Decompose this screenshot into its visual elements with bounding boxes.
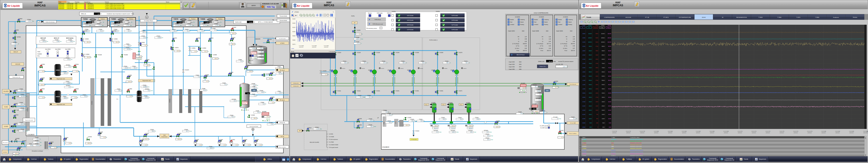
svg-text:20.00: 20.00	[589, 110, 591, 111]
svg-text:1.344: 1.344	[188, 25, 191, 26]
svg-text:×: ×	[333, 11, 334, 13]
svg-text:Regeneration skid: Regeneration skid	[57, 104, 65, 105]
svg-text:67.0: 67.0	[267, 116, 269, 117]
svg-text:Thermal shields: Thermal shields	[280, 16, 287, 17]
svg-text:K: K	[446, 119, 447, 120]
svg-text:90.00: 90.00	[608, 50, 611, 51]
svg-text:Return cooldown: Return cooldown	[279, 146, 286, 147]
svg-text:CV3520: CV3520	[75, 64, 79, 65]
svg-text:PVPS Reset: PVPS Reset	[375, 19, 381, 20]
svg-text:CV3509: CV3509	[41, 78, 45, 79]
svg-text:TT2352: TT2352	[421, 61, 424, 62]
svg-text:4/29/2025 12:53:26 PM [L]: 4/29/2025 12:53:26 PM [L]	[630, 153, 643, 155]
svg-text:-0.400: -0.400	[582, 118, 585, 119]
svg-text:0.25: 0.25	[525, 41, 527, 42]
svg-text:EH5301: EH5301	[252, 50, 257, 52]
svg-text:LP CB outlet: LP CB outlet	[411, 139, 417, 140]
svg-text:C: C	[361, 43, 362, 44]
svg-text:HV3379: HV3379	[185, 70, 189, 71]
svg-text:LT5300: LT5300	[259, 46, 262, 48]
svg-text:K: K	[147, 32, 147, 33]
svg-text:Graph 3100C:: Graph 3100C:	[508, 30, 515, 32]
svg-text:PT4540: PT4540	[142, 36, 145, 37]
svg-text:bar: bar	[118, 25, 120, 26]
svg-text:3:08:03 PM: 3:08:03 PM	[67, 3, 73, 4]
svg-text:mbar: mbar	[439, 132, 441, 133]
svg-text:2.800: 2.800	[582, 50, 585, 51]
svg-text:0.0: 0.0	[68, 86, 70, 88]
svg-text:PT4560: PT4560	[113, 23, 116, 25]
svg-text:PT4210: PT4210	[486, 138, 489, 139]
svg-text:520: 520	[371, 126, 373, 127]
svg-text:Qr Trip Margin: Qr Trip Margin	[560, 43, 567, 44]
svg-text:%: %	[438, 125, 439, 127]
svg-text:Qr Trip: Qr Trip	[540, 46, 543, 47]
svg-text:5:00:00 AM: 5:00:00 AM	[682, 131, 687, 132]
svg-text:TT3216: TT3216	[475, 117, 478, 118]
svg-text:3.08: 3.08	[261, 91, 264, 93]
svg-text:+28.8: +28.8	[370, 120, 373, 121]
svg-text:100.0: 100.0	[41, 84, 44, 85]
svg-text:Graph 3450: Graph 3450	[509, 69, 515, 70]
svg-text:TT3301: TT3301	[209, 146, 212, 147]
svg-text:1.005: 1.005	[179, 22, 182, 23]
svg-text:ST3570: ST3570	[188, 20, 191, 21]
svg-text:Source: Source	[105, 1, 109, 3]
svg-text:100.0: 100.0	[405, 125, 409, 126]
svg-text:-25.3: -25.3	[30, 145, 33, 146]
svg-text:100.0: 100.0	[87, 142, 91, 144]
svg-text:TSH: TSH	[538, 113, 540, 114]
svg-text:LP: LP	[377, 117, 379, 118]
svg-text:255.5: 255.5	[143, 32, 146, 33]
svg-text:4.000: 4.000	[582, 25, 585, 26]
svg-text:mbar: mbar	[474, 132, 476, 133]
svg-text:bar: bar	[71, 83, 72, 84]
svg-text:TT3550: TT3550	[144, 96, 148, 97]
svg-text:TT3570: TT3570	[172, 29, 176, 30]
svg-text:0.00: 0.00	[602, 127, 604, 128]
svg-text:CV3239: CV3239	[145, 133, 149, 134]
svg-text:PT2901: PT2901	[41, 39, 45, 40]
svg-text:1000: 1000	[595, 110, 598, 111]
svg-text:100.00: 100.00	[588, 42, 591, 43]
svg-text:%: %	[558, 87, 559, 88]
svg-text:mbar: mbar	[264, 51, 267, 53]
svg-text:7:20:00 AM: 7:20:00 AM	[299, 45, 304, 46]
svg-text:4/29/2025: 4/29/2025	[766, 132, 770, 133]
svg-text:1.600: 1.600	[582, 76, 585, 77]
svg-text:Ready: Ready	[291, 51, 294, 52]
svg-text:LP from 4K: LP from 4K	[280, 122, 285, 124]
svg-text:22.7: 22.7	[186, 131, 188, 132]
svg-text:9:00:00 PM: 9:00:00 PM	[626, 131, 631, 132]
svg-text:Remote: Remote	[368, 13, 372, 14]
svg-text:TT2332: TT2332	[382, 61, 385, 62]
svg-text:70.00: 70.00	[602, 67, 604, 69]
svg-text:Analyseur: Analyseur	[833, 17, 839, 18]
svg-text:Status: Status	[84, 1, 88, 3]
svg-text:1.2: 1.2	[538, 99, 540, 101]
svg-text:8.2: 8.2	[460, 118, 462, 120]
svg-text:CV3301: CV3301	[231, 139, 235, 140]
svg-text:TT3229: TT3229	[419, 119, 423, 120]
svg-text:EV4500: EV4500	[17, 36, 21, 38]
svg-text:LT5301: LT5301	[259, 53, 263, 55]
svg-text:CV3332: CV3332	[195, 139, 199, 140]
svg-text:65.00: 65.00	[589, 72, 591, 73]
svg-text:%: %	[57, 147, 58, 148]
svg-text:Started: Started	[544, 22, 548, 23]
svg-text:PVPS stable: PVPS stable	[377, 13, 382, 14]
svg-text:Ads A3520: Ads A3520	[55, 49, 61, 50]
svg-text:72.8: 72.8	[84, 96, 87, 97]
svg-text:Started: Started	[520, 22, 524, 23]
svg-text:1.19: 1.19	[143, 37, 146, 38]
svg-text:3.400: 3.400	[582, 37, 585, 38]
svg-text:83.6: 83.6	[344, 62, 347, 63]
svg-text:PT4546: PT4546	[124, 66, 127, 67]
svg-text:CV3200: CV3200	[178, 133, 182, 134]
svg-text:PT2301: PT2301	[358, 95, 362, 96]
svg-text:52.06: 52.06	[279, 73, 282, 74]
svg-text:TP310: TP310	[29, 143, 32, 144]
svg-text:2K: 2K	[722, 17, 723, 18]
svg-text:PT4510: PT4510	[315, 127, 319, 128]
svg-text:LP: LP	[354, 22, 355, 23]
